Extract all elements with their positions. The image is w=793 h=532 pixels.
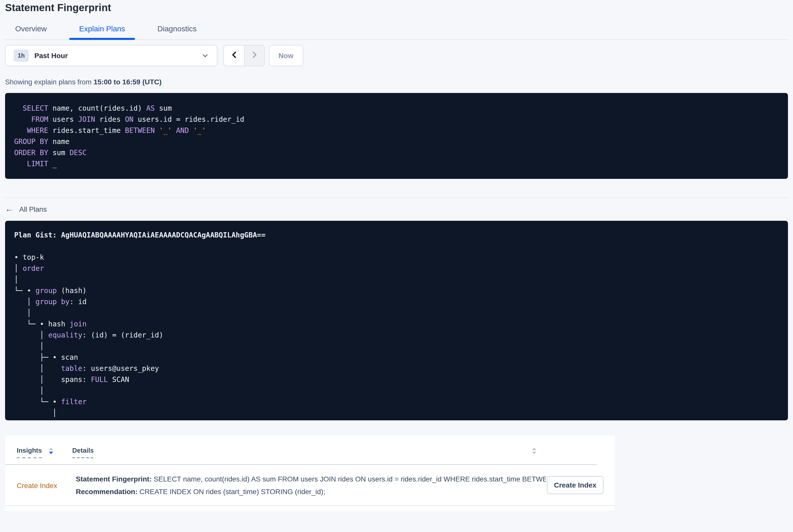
tab-diagnostics[interactable]: Diagnostics [147, 24, 207, 39]
insights-sort-control[interactable] [49, 446, 53, 454]
showing-range: 15:00 to 16:59 (UTC) [94, 78, 162, 86]
column-header-details[interactable]: Details [72, 446, 94, 458]
insights-table-header: Insights Details [5, 436, 615, 458]
recommendation-line: Recommendation: CREATE INDEX ON rides (s… [76, 486, 546, 498]
section-divider [5, 197, 788, 198]
fingerprint-text: SELECT name, count(rides.id) AS sum FROM… [152, 475, 546, 483]
interval-badge: 1h [14, 50, 29, 62]
insight-details: Statement Fingerprint: SELECT name, coun… [76, 473, 546, 498]
arrow-left-icon: ← [5, 206, 14, 213]
table-row: Create Index Statement Fingerprint: SELE… [5, 465, 615, 506]
plan-gist-panel: Plan Gist: AgHUAQIABQAAAAHYAQIAiAEAAAADC… [5, 221, 788, 420]
chevron-down-icon [202, 52, 209, 59]
time-picker-row: 1h Past Hour Now [5, 45, 788, 66]
sql-statement-panel: SELECT name, count(rides.id) AS sum FROM… [5, 93, 788, 179]
column-header-insights[interactable]: Insights [17, 446, 42, 458]
time-range-dropdown[interactable]: 1h Past Hour [5, 45, 217, 66]
showing-prefix: Showing explain plans from [5, 78, 94, 86]
showing-range-text: Showing explain plans from 15:00 to 16:5… [5, 78, 788, 86]
tab-overview[interactable]: Overview [5, 24, 57, 39]
fingerprint-label: Statement Fingerprint: [76, 475, 152, 483]
time-pager [223, 45, 265, 66]
sort-desc-icon [532, 452, 536, 454]
previous-time-button[interactable] [224, 45, 244, 66]
now-button[interactable]: Now [269, 45, 303, 66]
statement-fingerprint-line: Statement Fingerprint: SELECT name, coun… [76, 473, 546, 486]
all-plans-label: All Plans [19, 205, 47, 213]
chevron-right-icon [251, 51, 258, 60]
recommendation-text: CREATE INDEX ON rides (start_time) STORI… [137, 488, 325, 496]
next-time-button[interactable] [244, 45, 264, 66]
create-index-button[interactable]: Create Index [547, 476, 603, 494]
insights-table-card: Insights Details Create Index Stat [5, 436, 615, 511]
tab-explain-plans[interactable]: Explain Plans [69, 24, 135, 39]
sort-asc-icon [532, 448, 536, 450]
sort-desc-icon [49, 452, 53, 454]
sort-asc-icon [49, 448, 53, 450]
chevron-left-icon [230, 51, 238, 60]
insight-type-link[interactable]: Create Index [17, 481, 76, 490]
details-sort-control[interactable] [532, 446, 536, 454]
recommendation-label: Recommendation: [76, 488, 137, 496]
page-title: Statement Fingerprint [5, 0, 788, 14]
all-plans-back-link[interactable]: ← All Plans [5, 205, 47, 213]
time-range-label: Past Hour [34, 52, 68, 60]
page: Statement Fingerprint Overview Explain P… [0, 0, 793, 532]
tab-bar: Overview Explain Plans Diagnostics [5, 24, 788, 40]
